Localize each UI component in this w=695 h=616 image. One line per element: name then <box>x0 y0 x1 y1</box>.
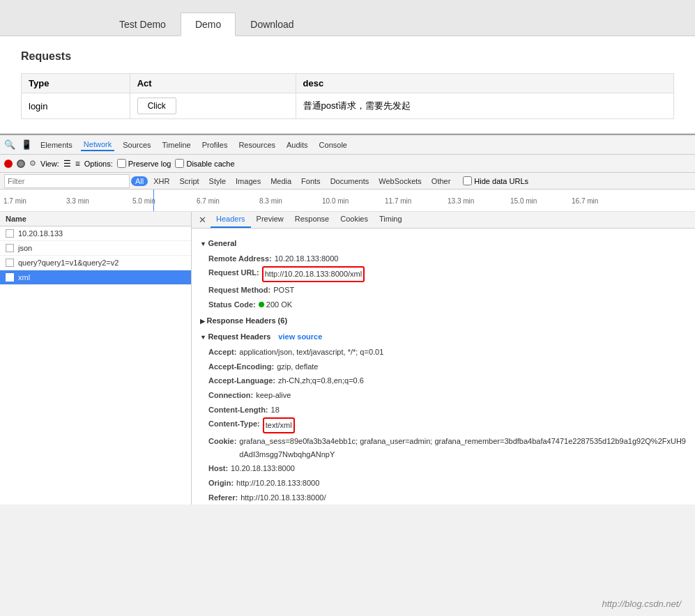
cookie-val: grafana_sess=89e0fa3b3a4ebb1c; grafana_u… <box>239 435 687 461</box>
timeline-marker-0: 1.7 min <box>3 197 26 204</box>
connection-row: Connection: keep-alive <box>200 388 687 403</box>
table-row: login Click 普通post请求，需要先发起 <box>22 93 674 119</box>
response-headers-section[interactable]: Response Headers (6) <box>200 314 687 328</box>
request-headers-section[interactable]: Request Headers view source <box>200 330 687 344</box>
origin-key: Origin: <box>208 477 234 490</box>
origin-val: http://10.20.18.133:8000 <box>236 477 319 490</box>
click-button[interactable]: Click <box>137 98 176 114</box>
type-btn-fonts[interactable]: Fonts <box>297 176 325 186</box>
list-item[interactable]: 10.20.18.133 <box>0 226 191 241</box>
mobile-icon[interactable]: 📱 <box>21 139 32 150</box>
tab-demo[interactable]: Demo <box>181 13 236 36</box>
type-btn-script[interactable]: Script <box>175 176 203 186</box>
detail-tab-timing[interactable]: Timing <box>374 212 408 228</box>
type-btn-images[interactable]: Images <box>231 176 265 186</box>
timeline-marker-3: 6.7 min <box>197 197 220 204</box>
devtools-network-toolbar: ⚙ View: ☰ ≡ Options: Preserve log Disabl… <box>0 155 695 173</box>
search-icon[interactable]: 🔍 <box>4 139 15 150</box>
list-view-icon[interactable]: ☰ <box>63 159 71 169</box>
origin-row: Origin: http://10.20.18.133:8000 <box>200 476 687 491</box>
request-method-key: Request Method: <box>208 284 270 297</box>
accept-encoding-key: Accept-Encoding: <box>208 360 274 374</box>
type-btn-all[interactable]: All <box>131 176 148 186</box>
type-btn-media[interactable]: Media <box>266 176 296 186</box>
request-method-val: POST <box>273 284 294 297</box>
view-label: View: <box>40 160 59 168</box>
list-item[interactable]: query?query1=v1&query2=v2 <box>0 256 191 270</box>
content-length-val: 18 <box>271 403 280 417</box>
connection-key: Connection: <box>208 389 253 402</box>
filter-input[interactable] <box>4 174 130 188</box>
type-btn-xhr[interactable]: XHR <box>149 176 174 186</box>
accept-language-row: Accept-Language: zh-CN,zh;q=0.8,en;q=0.6 <box>200 374 687 388</box>
detail-tab-response[interactable]: Response <box>289 212 335 228</box>
hide-data-urls-checkbox[interactable] <box>463 176 472 185</box>
tab-sources[interactable]: Sources <box>120 139 153 151</box>
tab-profiles[interactable]: Profiles <box>199 139 231 151</box>
tree-view-icon[interactable]: ≡ <box>75 159 80 169</box>
request-name: 10.20.18.133 <box>18 229 63 238</box>
col-desc: desc <box>296 74 673 93</box>
request-method-row: Request Method: POST <box>200 283 687 298</box>
type-btn-other[interactable]: Other <box>427 176 455 186</box>
devtools-panel: 🔍 📱 Elements Network Sources Timeline Pr… <box>0 134 695 505</box>
content-type-key: Content-Type: <box>208 417 260 433</box>
content-type-row: Content-Type: text/xml <box>200 417 687 434</box>
type-btn-documents[interactable]: Documents <box>326 176 374 186</box>
status-code-key: Status Code: <box>208 298 256 311</box>
tab-download[interactable]: Download <box>236 13 308 36</box>
preserve-log-label: Preserve log <box>117 159 171 168</box>
general-section-header[interactable]: General <box>200 237 687 250</box>
stop-button[interactable] <box>17 160 25 168</box>
timeline-marker-7: 13.3 min <box>448 197 474 204</box>
detail-tab-cookies[interactable]: Cookies <box>335 212 374 228</box>
record-button[interactable] <box>4 160 13 168</box>
detail-pane: ✕ Headers Preview Response Cookies Timin… <box>192 212 695 505</box>
tab-resources[interactable]: Resources <box>236 139 278 151</box>
detail-close-icon[interactable]: ✕ <box>194 212 211 228</box>
detail-tab-preview[interactable]: Preview <box>251 212 289 228</box>
devtools-main-toolbar: 🔍 📱 Elements Network Sources Timeline Pr… <box>0 135 695 155</box>
col-type: Type <box>22 74 130 93</box>
row-desc: 普通post请求，需要先发起 <box>296 93 673 119</box>
accept-encoding-row: Accept-Encoding: gzip, deflate <box>200 360 687 374</box>
content-length-key: Content-Length: <box>208 403 268 417</box>
content-type-val: text/xml <box>263 417 295 433</box>
accept-language-val: zh-CN,zh;q=0.8,en;q=0.6 <box>278 374 364 387</box>
requests-title: Requests <box>21 50 674 63</box>
requests-table: Type Act desc login Click 普通post请求，需要先发起 <box>21 73 674 119</box>
remote-address-row: Remote Address: 10.20.18.133:8000 <box>200 252 687 266</box>
view-source-link[interactable]: view source <box>278 332 322 341</box>
accept-row: Accept: application/json, text/javascrip… <box>200 345 687 360</box>
list-item[interactable]: json <box>0 241 191 256</box>
network-body: Name 10.20.18.133 json query?query1=v1&q… <box>0 212 695 505</box>
referer-key: Referer: <box>208 491 238 505</box>
tab-network[interactable]: Network <box>81 139 114 151</box>
checkbox-icon <box>6 273 14 282</box>
type-btn-style[interactable]: Style <box>205 176 230 186</box>
request-list: Name 10.20.18.133 json query?query1=v1&q… <box>0 212 192 505</box>
host-val: 10.20.18.133:8000 <box>231 462 295 475</box>
disable-cache-checkbox[interactable] <box>175 159 184 168</box>
request-name: json <box>18 244 32 252</box>
tab-console[interactable]: Console <box>316 139 350 151</box>
status-code-val: 200 OK <box>259 298 292 311</box>
status-green-icon <box>259 302 264 307</box>
detail-tab-headers[interactable]: Headers <box>211 212 251 228</box>
request-list-header: Name <box>0 212 191 226</box>
accept-key: Accept: <box>208 346 236 359</box>
tab-timeline[interactable]: Timeline <box>160 139 194 151</box>
row-act: Click <box>130 93 296 119</box>
timeline-marker-4: 8.3 min <box>259 197 282 204</box>
type-btn-websockets[interactable]: WebSockets <box>374 176 426 186</box>
cookie-row: Cookie: grafana_sess=89e0fa3b3a4ebb1c; g… <box>200 434 687 461</box>
tab-elements[interactable]: Elements <box>38 139 75 151</box>
accept-val: application/json, text/javascript, */*; … <box>239 346 383 359</box>
tab-audits[interactable]: Audits <box>284 139 311 151</box>
filter-icon[interactable]: ⚙ <box>29 159 36 168</box>
tab-test-demo[interactable]: Test Demo <box>105 13 181 36</box>
disable-cache-label: Disable cache <box>175 159 234 168</box>
checkbox-icon <box>6 244 14 252</box>
preserve-log-checkbox[interactable] <box>117 159 126 168</box>
list-item-selected[interactable]: xml <box>0 270 191 285</box>
